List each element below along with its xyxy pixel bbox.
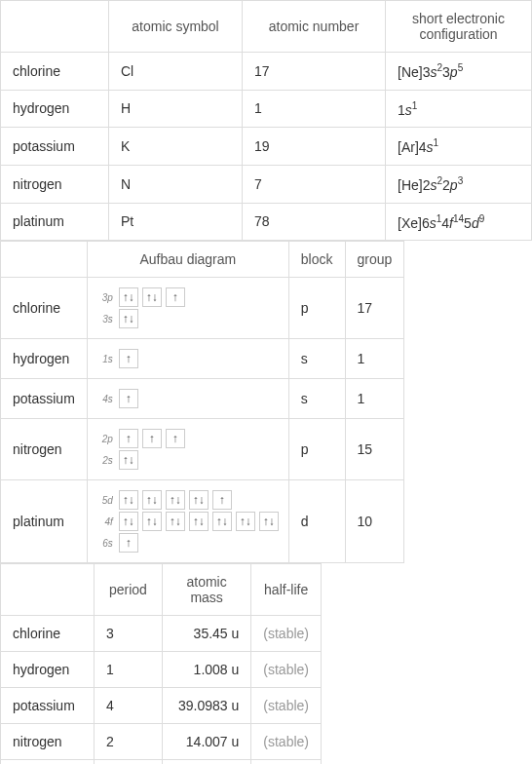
element-name: platinum xyxy=(1,760,95,764)
block: p xyxy=(288,419,345,480)
orbital-row: 3s↑↓ xyxy=(97,309,279,328)
element-name: nitrogen xyxy=(1,165,109,203)
atomic-symbol: K xyxy=(109,128,243,166)
aufbau-diagram: 1s↑ xyxy=(87,339,288,379)
orbital-label: 2s xyxy=(97,455,113,466)
orbital-box: ↑↓ xyxy=(166,490,185,510)
half-life: (stable) xyxy=(251,688,322,724)
header-blank xyxy=(1,564,95,616)
orbital-label: 1s xyxy=(97,354,113,364)
half-life: (stable) xyxy=(251,652,322,688)
table-header-row: atomic symbol atomic number short electr… xyxy=(1,1,532,53)
orbital-box: ↑↓ xyxy=(189,490,209,510)
block: s xyxy=(288,339,345,379)
group: 15 xyxy=(345,419,404,480)
atomic-symbol: Pt xyxy=(109,203,243,241)
header-electronic-config: short electronic configuration xyxy=(386,1,532,53)
element-name: nitrogen xyxy=(1,419,88,480)
atomic-number: 78 xyxy=(243,203,386,241)
header-blank xyxy=(1,1,109,53)
table-row: potassium4s↑s1 xyxy=(1,379,404,419)
table-header-row: period atomic mass half-life xyxy=(1,564,322,616)
period: 4 xyxy=(94,688,162,724)
orbital-label: 5d xyxy=(97,495,113,506)
atomic-number: 17 xyxy=(243,53,386,91)
electronic-config: [Ne]3s23p5 xyxy=(386,53,532,91)
atomic-mass: 14.007 u xyxy=(162,724,250,760)
half-life: (stable) xyxy=(251,616,322,652)
group: 1 xyxy=(345,379,404,419)
orbital-box: ↑↓ xyxy=(236,512,255,531)
header-half-life: half-life xyxy=(251,564,322,616)
orbital-label: 4s xyxy=(97,394,113,404)
block: d xyxy=(288,480,345,563)
table-row: hydrogenH11s1 xyxy=(1,90,532,128)
element-name: platinum xyxy=(1,480,88,563)
orbital-box: ↑↓ xyxy=(259,512,279,531)
atomic-symbol: H xyxy=(109,90,243,128)
orbital-box: ↑ xyxy=(212,490,232,510)
block: s xyxy=(288,379,345,419)
aufbau-diagram: 2p↑↑↑2s↑↓ xyxy=(87,419,288,480)
orbital-row: 5d↑↓↑↓↑↓↑↓↑ xyxy=(97,490,279,510)
element-name: platinum xyxy=(1,203,109,241)
element-name: hydrogen xyxy=(1,339,88,379)
orbital-box: ↑↓ xyxy=(119,450,138,470)
orbital-box: ↑↓ xyxy=(189,512,209,531)
orbital-box: ↑ xyxy=(142,429,162,448)
period: 6 xyxy=(94,760,162,764)
element-name: potassium xyxy=(1,128,109,166)
header-atomic-symbol: atomic symbol xyxy=(109,1,243,53)
orbital-box: ↑↓ xyxy=(119,309,138,328)
table-row: nitrogen214.007 u(stable) xyxy=(1,724,322,760)
orbital-box: ↑ xyxy=(166,429,185,448)
element-name: chlorine xyxy=(1,278,88,339)
table-row: potassium439.0983 u(stable) xyxy=(1,688,322,724)
orbital-box: ↑↓ xyxy=(119,512,138,531)
table-row: hydrogen1s↑s1 xyxy=(1,339,404,379)
table-header-row: Aufbau diagram block group xyxy=(1,242,404,278)
orbital-box: ↑ xyxy=(119,533,138,553)
orbital-row: 4s↑ xyxy=(97,389,279,408)
electronic-config: [Xe]6s14f145d9 xyxy=(386,203,532,241)
half-life: (stable) xyxy=(251,724,322,760)
table-row: chlorineCl17[Ne]3s23p5 xyxy=(1,53,532,91)
table-row: nitrogenN7[He]2s22p3 xyxy=(1,165,532,203)
atomic-mass: 195.084 u xyxy=(162,760,250,764)
orbital-box: ↑↓ xyxy=(142,287,162,307)
table-row: chlorine335.45 u(stable) xyxy=(1,616,322,652)
table-row: potassiumK19[Ar]4s1 xyxy=(1,128,532,166)
electronic-config: 1s1 xyxy=(386,90,532,128)
element-name: nitrogen xyxy=(1,724,95,760)
header-period: period xyxy=(94,564,162,616)
atomic-number: 1 xyxy=(243,90,386,128)
orbital-box: ↑↓ xyxy=(119,287,138,307)
electronic-config: [Ar]4s1 xyxy=(386,128,532,166)
header-atomic-mass: atomic mass xyxy=(162,564,250,616)
orbital-label: 3p xyxy=(97,292,113,303)
table-row: hydrogen11.008 u(stable) xyxy=(1,652,322,688)
aufbau-diagram: 4s↑ xyxy=(87,379,288,419)
orbital-box: ↑ xyxy=(119,429,138,448)
table-row: platinum5d↑↓↑↓↑↓↑↓↑4f↑↓↑↓↑↓↑↓↑↓↑↓↑↓6s↑d1… xyxy=(1,480,404,563)
element-name: chlorine xyxy=(1,53,109,91)
table-row: chlorine3p↑↓↑↓↑3s↑↓p17 xyxy=(1,278,404,339)
atomic-number: 7 xyxy=(243,165,386,203)
orbital-box: ↑↓ xyxy=(119,490,138,510)
block: p xyxy=(288,278,345,339)
period: 3 xyxy=(94,616,162,652)
table-row: nitrogen2p↑↑↑2s↑↓p15 xyxy=(1,419,404,480)
orbital-box: ↑↓ xyxy=(166,512,185,531)
orbital-label: 2p xyxy=(97,434,113,444)
orbital-label: 6s xyxy=(97,538,113,549)
header-blank xyxy=(1,242,88,278)
atomic-mass: 35.45 u xyxy=(162,616,250,652)
header-atomic-number: atomic number xyxy=(243,1,386,53)
atomic-symbol: N xyxy=(109,165,243,203)
table-row: platinumPt78[Xe]6s14f145d9 xyxy=(1,203,532,241)
group: 1 xyxy=(345,339,404,379)
orbital-box: ↑ xyxy=(119,389,138,408)
element-name: hydrogen xyxy=(1,90,109,128)
orbital-row: 2s↑↓ xyxy=(97,450,279,470)
element-properties-table-1: atomic symbol atomic number short electr… xyxy=(0,0,532,241)
